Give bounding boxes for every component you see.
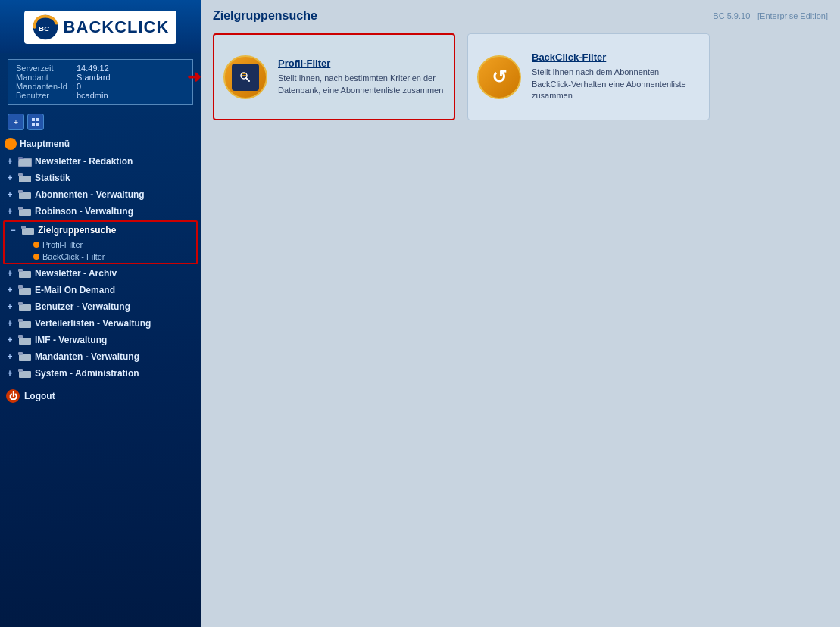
svg-rect-24: [19, 321, 31, 328]
expand-icon: +: [5, 285, 15, 295]
svg-rect-14: [19, 209, 31, 216]
profil-filter-card-text: Profil-Filter Stellt Ihnen, nach bestimm…: [278, 58, 445, 96]
newsletter-redaktion-label: Newsletter - Redaktion: [35, 156, 133, 167]
svg-rect-8: [18, 157, 23, 159]
folder-icon: [18, 268, 32, 279]
sub-bullet-icon: [33, 254, 39, 260]
svg-rect-26: [19, 338, 31, 345]
version-info: BC 5.9.10 - [Enterprise Edition]: [713, 11, 828, 20]
svg-rect-4: [32, 123, 35, 126]
abonnenten-verwaltung-label: Abonnenten - Verwaltung: [35, 189, 145, 200]
email-on-demand-label: E-Mail On Demand: [35, 285, 115, 295]
logo-box: BC BACKCLICK: [24, 11, 177, 44]
svg-rect-12: [19, 192, 31, 199]
profil-filter-sub-label: Profil-Filter: [42, 240, 83, 249]
serverzeit-label: Serverzeit: [14, 64, 70, 73]
svg-text:BC: BC: [39, 24, 49, 33]
server-info-box: Serverzeit : 14:49:12 Mandant : Standard…: [8, 59, 193, 104]
svg-rect-18: [19, 271, 31, 278]
benutzer-verwaltung-label: Benutzer - Verwaltung: [35, 301, 130, 312]
profil-filter-card-desc: Stellt Ihnen, nach bestimmten Kriterien …: [278, 73, 445, 96]
sidebar-item-hauptmenu[interactable]: Hauptmenü: [0, 135, 201, 153]
svg-rect-30: [19, 371, 31, 378]
svg-rect-21: [18, 285, 23, 289]
sidebar-item-newsletter-redaktion[interactable]: + Newsletter - Redaktion: [0, 153, 201, 170]
collapse-icon: −: [8, 225, 18, 236]
folder-icon: [21, 225, 35, 236]
page-title: Zielgruppensuche: [213, 9, 317, 23]
mandanten-verwaltung-label: Mandanten - Verwaltung: [35, 351, 139, 362]
logout-item[interactable]: ⏻ Logout: [0, 385, 201, 407]
sidebar-toolbar: +: [0, 111, 201, 133]
expand-icon: +: [5, 301, 15, 312]
folder-icon: [18, 156, 32, 167]
svg-rect-5: [36, 123, 39, 126]
svg-rect-27: [18, 335, 23, 338]
sidebar: BC BACKCLICK Serverzeit : 14:49:12 Manda…: [0, 0, 201, 627]
logout-icon: ⏻: [6, 389, 20, 403]
expand-icon: +: [5, 156, 15, 167]
sub-bullet-icon: [33, 242, 39, 248]
sidebar-item-statistik[interactable]: + Statistik: [0, 170, 201, 186]
backclick-filter-icon-circle: ↺: [477, 55, 521, 99]
folder-icon: [18, 318, 32, 329]
expand-icon: +: [5, 173, 15, 183]
benutzer-value: : bcadmin: [70, 91, 112, 100]
profil-filter-icon: [232, 64, 259, 91]
sidebar-item-robinson-verwaltung[interactable]: + Robinson - Verwaltung: [0, 203, 201, 220]
collapse-all-button[interactable]: [27, 114, 44, 130]
svg-rect-16: [22, 228, 34, 235]
expand-icon: +: [5, 318, 15, 329]
folder-icon: [18, 206, 32, 217]
sidebar-item-benutzer-verwaltung[interactable]: + Benutzer - Verwaltung: [0, 298, 201, 315]
main-header: Zielgruppensuche BC 5.9.10 - [Enterprise…: [213, 9, 828, 23]
zielgruppensuche-label: Zielgruppensuche: [38, 225, 116, 236]
sidebar-subitem-profil-filter[interactable]: Profil-Filter: [5, 239, 196, 251]
folder-icon: [18, 301, 32, 312]
sidebar-item-imf-verwaltung[interactable]: + IMF - Verwaltung: [0, 332, 201, 348]
verteilerlisten-verwaltung-label: Verteilerlisten - Verwaltung: [35, 318, 151, 329]
logout-label: Logout: [24, 391, 55, 401]
svg-rect-11: [18, 173, 23, 176]
benutzer-label: Benutzer: [14, 91, 70, 100]
expand-icon: +: [5, 351, 15, 362]
newsletter-archiv-label: Newsletter - Archiv: [35, 268, 117, 279]
expand-all-button[interactable]: +: [8, 114, 24, 130]
svg-rect-28: [19, 354, 31, 361]
sidebar-item-mandanten-verwaltung[interactable]: + Mandanten - Verwaltung: [0, 348, 201, 365]
logo-area: BC BACKCLICK: [0, 0, 201, 53]
svg-rect-2: [32, 118, 35, 121]
profil-filter-icon-circle: [223, 55, 267, 99]
svg-rect-31: [18, 369, 23, 372]
expand-icon: +: [5, 335, 15, 345]
folder-icon: [18, 351, 32, 362]
backclick-filter-card[interactable]: ↺ BackClick-Filter Stellt Ihnen nach dem…: [467, 33, 710, 120]
sidebar-item-newsletter-archiv[interactable]: + Newsletter - Archiv: [0, 265, 201, 282]
backclick-filter-card-title: BackClick-Filter: [532, 51, 700, 63]
svg-rect-25: [18, 319, 23, 322]
imf-verwaltung-label: IMF - Verwaltung: [35, 335, 107, 345]
mandanten-id-label: Mandanten-Id: [14, 82, 70, 91]
sidebar-subitem-backclick-filter[interactable]: BackClick - Filter: [5, 251, 196, 263]
sidebar-item-email-on-demand[interactable]: + E-Mail On Demand: [0, 282, 201, 298]
refresh-icon: ↺: [492, 67, 507, 88]
arrow-indicator: ➜: [187, 67, 201, 87]
main-content: Zielgruppensuche BC 5.9.10 - [Enterprise…: [201, 0, 840, 627]
robinson-verwaltung-label: Robinson - Verwaltung: [35, 206, 133, 217]
folder-icon: [18, 285, 32, 295]
folder-icon: [18, 173, 32, 183]
statistik-label: Statistik: [35, 173, 70, 183]
svg-rect-20: [19, 288, 31, 295]
svg-rect-29: [18, 352, 23, 355]
sidebar-item-verteilerlisten-verwaltung[interactable]: + Verteilerlisten - Verwaltung: [0, 315, 201, 332]
expand-icon: +: [5, 206, 15, 217]
serverzeit-value: : 14:49:12: [70, 64, 112, 73]
profil-filter-card[interactable]: Profil-Filter Stellt Ihnen, nach bestimm…: [213, 33, 455, 120]
sidebar-item-abonnenten-verwaltung[interactable]: + Abonnenten - Verwaltung: [0, 186, 201, 203]
nav-list: Hauptmenü + Newsletter - Redaktion +: [0, 133, 201, 627]
sidebar-item-system-administration[interactable]: + System - Administration: [0, 365, 201, 382]
mandant-value: : Standard: [70, 73, 112, 82]
app-wrapper: BC BACKCLICK Serverzeit : 14:49:12 Manda…: [0, 0, 840, 627]
profil-filter-card-wrapper: ➜: [213, 33, 455, 120]
sidebar-item-zielgruppensuche[interactable]: − Zielgruppensuche: [5, 222, 196, 239]
